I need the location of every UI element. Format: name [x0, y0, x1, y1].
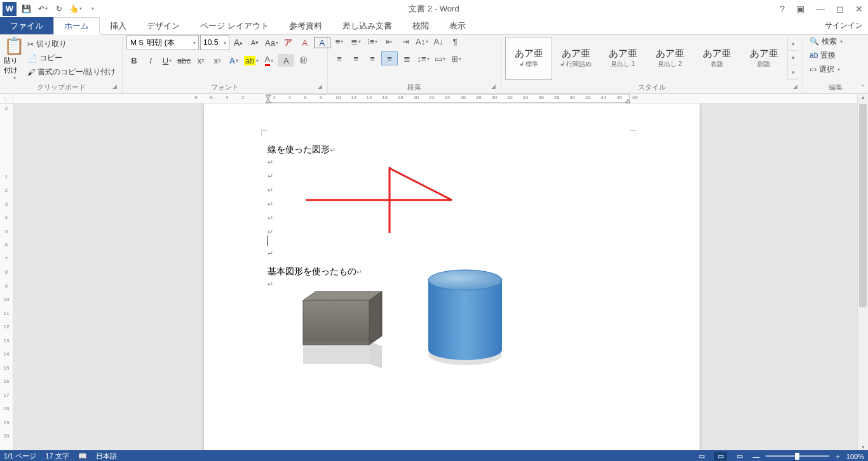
vertical-scrollbar[interactable]: ▴ ▾: [857, 94, 868, 450]
document-scroll-area[interactable]: 線を使った図形↵ ↵ ↵ ↵ ↵ ↵ ↵ ↵ 基本図形を使ったもの↵ ↵: [13, 104, 857, 450]
collapse-ribbon-button[interactable]: ⌃: [860, 84, 865, 91]
styles-scroll-up[interactable]: ▴: [788, 37, 798, 51]
tab-file[interactable]: ファイル: [0, 17, 53, 34]
undo-button[interactable]: ↶▾: [36, 2, 50, 16]
status-word-count[interactable]: 17 文字: [45, 451, 69, 461]
tab-insert[interactable]: 挿入: [100, 17, 137, 34]
sign-in-link[interactable]: サインイン: [825, 17, 863, 34]
status-page[interactable]: 1/1 ページ: [4, 451, 36, 461]
style-heading2[interactable]: あア亜見出し 2: [646, 37, 693, 80]
tab-view[interactable]: 表示: [439, 17, 476, 34]
zoom-slider-thumb[interactable]: [795, 453, 799, 460]
numbering-button[interactable]: ≣▾: [348, 35, 363, 48]
minimize-button[interactable]: —: [813, 4, 827, 14]
bold-button[interactable]: B: [126, 54, 142, 67]
cylinder-shape[interactable]: [423, 267, 512, 369]
subscript-button[interactable]: x2: [193, 54, 208, 67]
strikethrough-button[interactable]: abc: [176, 54, 192, 67]
tab-review[interactable]: 校閲: [402, 17, 439, 34]
shading-button[interactable]: ▭▾: [432, 52, 447, 65]
find-button[interactable]: 🔍検索▾: [807, 35, 845, 48]
clipboard-dialog-launcher[interactable]: ◢: [112, 83, 117, 90]
change-case-button[interactable]: Aa▾: [264, 36, 280, 49]
font-size-selector[interactable]: 10.5▾: [200, 35, 229, 50]
vertical-ruler[interactable]: ∟ 21234567891011121314151617181920: [0, 94, 13, 450]
sort-button[interactable]: A↓: [431, 35, 446, 48]
borders-button[interactable]: ⊞▾: [449, 52, 464, 65]
font-color-button[interactable]: A▾: [261, 54, 276, 67]
replace-button[interactable]: ab置換: [807, 49, 838, 62]
multilevel-list-button[interactable]: ⁝≡▾: [365, 35, 380, 48]
align-center-button[interactable]: ≡: [348, 52, 363, 65]
superscript-button[interactable]: x2: [210, 54, 225, 67]
ribbon-display-button[interactable]: ▣: [794, 4, 807, 14]
show-marks-button[interactable]: ¶: [447, 35, 463, 48]
document-page[interactable]: 線を使った図形↵ ↵ ↵ ↵ ↵ ↵ ↵ ↵ 基本図形を使ったもの↵ ↵: [204, 104, 700, 450]
status-language[interactable]: 日本語: [96, 451, 117, 461]
decrease-indent-button[interactable]: ⇤: [381, 35, 397, 48]
paragraph-dialog-launcher[interactable]: ◢: [491, 83, 496, 90]
align-left-button[interactable]: ≡: [332, 52, 347, 65]
tab-design[interactable]: デザイン: [137, 17, 190, 34]
bullets-button[interactable]: ≡▾: [332, 35, 347, 48]
text-effects-button[interactable]: A▾: [226, 54, 241, 67]
cube-shape[interactable]: [299, 288, 388, 389]
read-mode-button[interactable]: ▭: [695, 451, 708, 462]
horizontal-ruler[interactable]: 8642246810121416182022242628303234363840…: [13, 94, 857, 104]
zoom-in-button[interactable]: +: [836, 453, 839, 460]
style-heading1[interactable]: あア亜見出し 1: [599, 37, 646, 80]
italic-button[interactable]: I: [143, 54, 158, 67]
format-painter-button[interactable]: 🖌書式のコピー/貼り付け: [25, 66, 118, 79]
highlight-button[interactable]: ab▾: [243, 54, 260, 67]
line-shape-drawing[interactable]: [306, 167, 458, 237]
doc-text-line2[interactable]: 基本図形を使ったもの↵: [268, 266, 362, 277]
styles-scroll-down[interactable]: ▾: [788, 51, 798, 65]
style-subtitle[interactable]: あア亜副題: [740, 37, 787, 80]
redo-button[interactable]: ↻: [52, 2, 66, 16]
increase-indent-button[interactable]: ⇥: [398, 35, 413, 48]
maximize-button[interactable]: ◻: [834, 4, 846, 14]
clear-formatting-button[interactable]: A: [297, 36, 313, 49]
tab-home[interactable]: ホーム: [53, 17, 100, 35]
tab-selector[interactable]: ∟: [0, 94, 13, 104]
asian-layout-button[interactable]: A↕▾: [414, 35, 430, 48]
underline-button[interactable]: U▾: [159, 54, 175, 67]
tab-page-layout[interactable]: ページ レイアウト: [190, 17, 279, 34]
style-no-spacing[interactable]: あア亜↲ 行間詰め: [552, 37, 599, 80]
tab-references[interactable]: 参考資料: [279, 17, 332, 34]
save-button[interactable]: 💾: [19, 2, 33, 16]
justify-button[interactable]: ≡: [381, 51, 398, 65]
line-spacing-button[interactable]: ↕≡▾: [416, 52, 431, 65]
scroll-up-button[interactable]: ▴: [858, 94, 868, 100]
print-layout-button[interactable]: ▭: [714, 451, 727, 462]
paste-button[interactable]: 📋 貼り付け ▾: [4, 37, 25, 80]
touch-mode-button[interactable]: 👆▾: [69, 2, 83, 16]
tab-mailings[interactable]: 差し込み文書: [332, 17, 402, 34]
grow-font-button[interactable]: A▴: [231, 36, 246, 49]
styles-more-button[interactable]: ▾: [788, 65, 798, 80]
enclose-characters-button[interactable]: ㊖: [295, 54, 311, 67]
shrink-font-button[interactable]: A▾: [247, 36, 262, 49]
select-button[interactable]: ▭選択▾: [807, 63, 843, 76]
font-dialog-launcher[interactable]: ◢: [318, 83, 322, 90]
help-button[interactable]: ?: [777, 4, 787, 14]
align-right-button[interactable]: ≡: [365, 52, 380, 65]
copy-button[interactable]: 📄コピー: [25, 52, 118, 65]
proofing-icon[interactable]: 📖: [78, 452, 87, 460]
cut-button[interactable]: ✂切り取り: [25, 38, 118, 51]
phonetic-guide-button[interactable]: ア: [281, 36, 296, 49]
zoom-level[interactable]: 100%: [846, 453, 864, 460]
scroll-down-button[interactable]: ▾: [858, 444, 868, 450]
distributed-button[interactable]: ≣: [399, 52, 414, 65]
style-normal[interactable]: あア亜↲ 標準: [505, 37, 552, 80]
doc-text-line1[interactable]: 線を使った図形↵: [268, 144, 336, 156]
zoom-slider[interactable]: [766, 455, 829, 457]
close-button[interactable]: ✕: [853, 4, 865, 14]
zoom-out-button[interactable]: —: [752, 453, 759, 460]
scrollbar-thumb[interactable]: [859, 104, 867, 307]
qat-customize-button[interactable]: ▾: [85, 2, 99, 16]
web-layout-button[interactable]: ▭: [733, 451, 746, 462]
font-name-selector[interactable]: ＭＳ 明朝 (本▾: [126, 35, 199, 50]
style-title[interactable]: あア亜表題: [693, 37, 740, 80]
styles-dialog-launcher[interactable]: ◢: [793, 83, 797, 90]
